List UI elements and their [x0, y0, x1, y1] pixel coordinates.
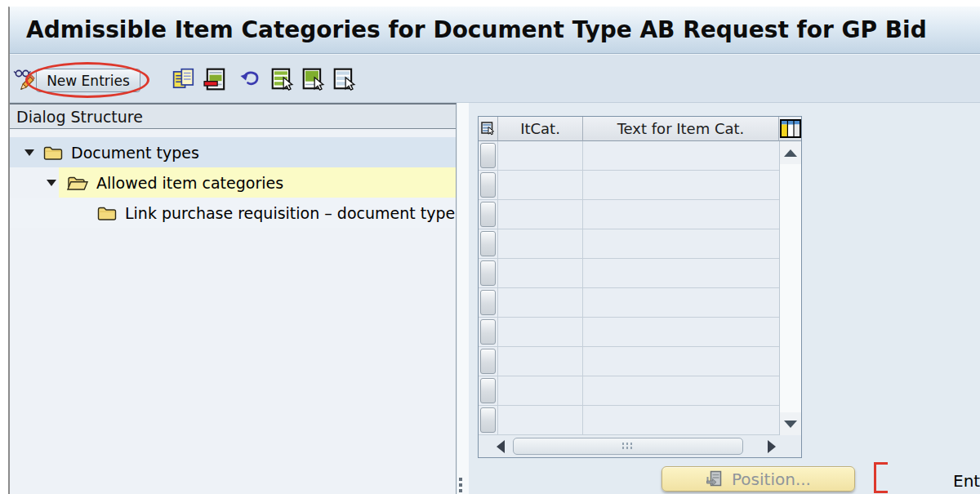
new-entries-button[interactable]: New Entries — [36, 69, 140, 92]
horizontal-scroll-track[interactable] — [511, 437, 761, 456]
tree-item-label: Link purchase requisition – document typ… — [125, 204, 455, 222]
itcat-cell[interactable] — [498, 171, 583, 199]
itcat-cell[interactable] — [498, 259, 583, 287]
scroll-up-arrow[interactable] — [780, 141, 801, 164]
open-folder-icon — [66, 175, 89, 191]
text-for-item-cat-cell[interactable] — [583, 406, 779, 434]
column-header-itcat[interactable]: ItCat. — [498, 117, 583, 141]
row-select-button[interactable] — [480, 407, 496, 433]
row-selector-cell — [479, 288, 498, 317]
itcat-cell[interactable] — [498, 376, 583, 405]
text-for-item-cat-cell[interactable] — [583, 259, 779, 287]
text-for-item-cat-cell[interactable] — [583, 347, 779, 376]
text-for-item-cat-cell[interactable] — [583, 318, 779, 346]
panel-splitter[interactable] — [457, 103, 469, 494]
itcat-cell[interactable] — [498, 406, 583, 434]
position-icon — [706, 470, 724, 488]
itcat-cell[interactable] — [498, 318, 583, 346]
table-row — [479, 259, 779, 288]
select-all-rows-cell[interactable] — [479, 117, 498, 141]
row-selector-cell — [479, 171, 498, 199]
row-selector-cell — [479, 141, 498, 170]
text-for-item-cat-cell[interactable] — [583, 200, 779, 229]
dialog-structure-panel: Dialog Structure Document types Allowed … — [10, 103, 457, 494]
thumb-grip-icon — [622, 443, 634, 450]
row-select-button[interactable] — [480, 202, 496, 227]
row-select-button[interactable] — [480, 290, 496, 315]
row-selector-cell — [479, 259, 498, 287]
application-toolbar — [10, 54, 980, 103]
table-row — [479, 229, 779, 259]
row-selector-cell — [479, 318, 498, 346]
itcat-cell[interactable] — [498, 229, 583, 258]
table-row — [479, 171, 779, 200]
display-change-icon[interactable] — [13, 67, 38, 91]
itcat-cell[interactable] — [498, 200, 583, 229]
tree-item-link-purchase-requisition[interactable]: Link purchase requisition – document typ… — [10, 198, 456, 228]
select-all-rows-icon — [481, 122, 496, 136]
text-for-item-cat-cell[interactable] — [583, 141, 779, 170]
row-selector-cell — [479, 200, 498, 229]
closed-folder-icon — [96, 205, 118, 221]
row-select-button[interactable] — [480, 231, 496, 256]
deselect-all-icon[interactable] — [332, 67, 356, 91]
table-body — [479, 141, 779, 435]
page-title: Admissible Item Categories for Document … — [10, 7, 980, 54]
copy-icon[interactable] — [172, 67, 196, 91]
scroll-down-arrow[interactable] — [780, 412, 801, 435]
table-header-row: ItCat. Text for Item Cat. — [479, 117, 801, 141]
sap-gui-screen: Admissible Item Categories for Document … — [0, 0, 980, 494]
table-row — [479, 141, 779, 171]
item-categories-table: ItCat. Text for Item Cat. — [478, 116, 802, 458]
column-header-text[interactable]: Text for Item Cat. — [583, 117, 779, 141]
row-select-button[interactable] — [480, 260, 496, 286]
row-select-button[interactable] — [480, 143, 496, 168]
text-for-item-cat-cell[interactable] — [583, 171, 779, 199]
table-row — [479, 288, 779, 318]
table-row — [479, 347, 779, 376]
row-selector-cell — [479, 376, 498, 405]
text-for-item-cat-cell[interactable] — [583, 376, 779, 405]
horizontal-scroll-thumb[interactable] — [513, 438, 743, 455]
position-button[interactable]: Position... — [662, 466, 855, 492]
row-selector-cell — [479, 347, 498, 376]
itcat-cell[interactable] — [498, 347, 583, 376]
tree-item-document-types[interactable]: Document types — [10, 137, 456, 167]
tree-item-label: Allowed item categories — [96, 174, 283, 192]
table-row — [479, 406, 779, 435]
dialog-structure-header: Dialog Structure — [10, 105, 456, 129]
row-select-button[interactable] — [480, 319, 496, 345]
row-select-button[interactable] — [480, 172, 496, 198]
table-row — [479, 318, 779, 347]
expander-icon[interactable] — [24, 149, 34, 156]
closed-folder-icon — [42, 145, 64, 161]
position-button-label: Position... — [732, 470, 811, 489]
select-all-icon[interactable] — [270, 67, 294, 91]
row-selector-cell — [479, 406, 498, 434]
entry-status-text: Ent — [953, 471, 980, 491]
table-row — [479, 376, 779, 406]
itcat-cell[interactable] — [498, 141, 583, 170]
delete-icon[interactable] — [203, 67, 228, 91]
itcat-cell[interactable] — [498, 288, 583, 317]
table-configuration-icon — [780, 119, 801, 138]
row-selector-cell — [479, 229, 498, 258]
table-row — [479, 200, 779, 229]
tree-item-label: Document types — [71, 144, 199, 162]
scroll-left-arrow[interactable] — [497, 440, 505, 453]
vertical-scrollbar[interactable] — [779, 141, 801, 435]
row-select-button[interactable] — [480, 378, 496, 403]
table-configuration-cell[interactable] — [779, 117, 801, 141]
splitter-grip-icon[interactable] — [459, 478, 462, 492]
text-for-item-cat-cell[interactable] — [583, 229, 779, 258]
scrollbar-corner — [779, 435, 801, 457]
scroll-right-arrow[interactable] — [768, 440, 776, 453]
expander-icon[interactable] — [47, 180, 56, 186]
text-for-item-cat-cell[interactable] — [583, 288, 779, 317]
select-block-icon[interactable] — [301, 67, 325, 91]
tree-item-allowed-item-categories[interactable]: Allowed item categories — [10, 167, 456, 198]
row-select-button[interactable] — [480, 349, 496, 374]
horizontal-scrollbar[interactable] — [479, 435, 779, 457]
undo-icon[interactable] — [238, 67, 262, 91]
